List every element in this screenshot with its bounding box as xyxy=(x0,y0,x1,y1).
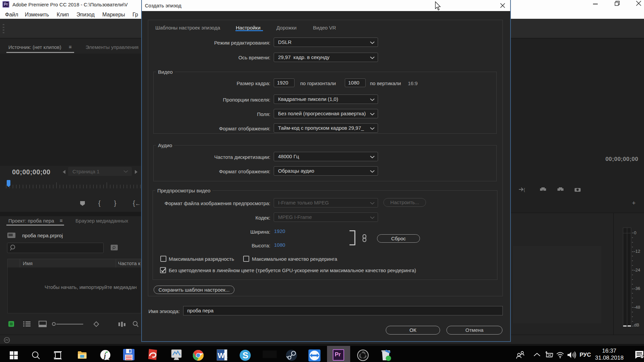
svg-text:S: S xyxy=(243,350,248,360)
svg-text:W: W xyxy=(218,351,225,360)
svg-text:{: { xyxy=(524,187,525,192)
